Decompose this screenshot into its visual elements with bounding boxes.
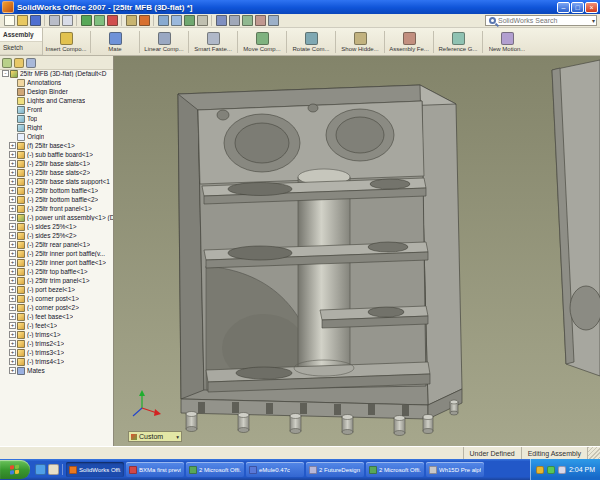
restore-button[interactable]: □: [571, 2, 584, 13]
tree-expander[interactable]: +: [9, 259, 16, 266]
tree-expander[interactable]: +: [9, 223, 16, 230]
tree-expander[interactable]: +: [9, 196, 16, 203]
new-document-icon[interactable]: [3, 15, 15, 27]
tree-item[interactable]: +(-) 25ltr base slats<2>: [0, 168, 113, 177]
tree-expander[interactable]: +: [9, 241, 16, 248]
propertymanager-tab-icon[interactable]: [14, 58, 24, 68]
tree-item[interactable]: +(-) feet<1>: [0, 321, 113, 330]
clock[interactable]: 2:04 PM: [569, 466, 595, 473]
close-button[interactable]: ×: [585, 2, 598, 13]
tree-expander[interactable]: +: [9, 142, 16, 149]
tree-expander[interactable]: -: [2, 70, 9, 77]
tree-item[interactable]: +(-) 25ltr bottom baffle<2>: [0, 195, 113, 204]
tree-item[interactable]: +(-) feet base<1>: [0, 312, 113, 321]
tree-item[interactable]: +(-) trims<1>: [0, 330, 113, 339]
view-orientation-icon[interactable]: [267, 15, 279, 27]
tree-expander[interactable]: +: [9, 286, 16, 293]
tree-expander[interactable]: +: [9, 367, 16, 374]
tree-item[interactable]: -25ltr MFB (3D-flat) (Default<D: [0, 69, 113, 78]
tree-item[interactable]: +(-) trims3<1>: [0, 348, 113, 357]
graphics-area[interactable]: Custom ▾: [114, 56, 600, 446]
tree-item[interactable]: +(-) 25ltr bottom baffle<1>: [0, 186, 113, 195]
tree-item[interactable]: +Right: [0, 123, 113, 132]
tree-expander[interactable]: +: [9, 277, 16, 284]
volume-tray-icon[interactable]: [558, 466, 566, 474]
task-button[interactable]: 2 Microsoft Offi...: [366, 462, 424, 477]
tree-item[interactable]: +(-) 25ltr front panel<1>: [0, 204, 113, 213]
wireframe-icon[interactable]: [228, 15, 240, 27]
antivirus-tray-icon[interactable]: [536, 466, 544, 474]
mate-button[interactable]: Mate: [92, 29, 138, 55]
tree-expander[interactable]: +: [9, 349, 16, 356]
show-desktop-icon[interactable]: [48, 464, 59, 475]
section-view-icon[interactable]: [254, 15, 266, 27]
custom-properties-combo[interactable]: Custom ▾: [128, 431, 182, 442]
tree-item[interactable]: +(-) 25ltr rear panel<1>: [0, 240, 113, 249]
standard-views-icon[interactable]: [215, 15, 227, 27]
tree-item[interactable]: +(-) 25ltr trim panel<1>: [0, 276, 113, 285]
zoom-area-icon[interactable]: [170, 15, 182, 27]
tree-item[interactable]: +(-) 25ltr inner port baffle<1>: [0, 258, 113, 267]
tree-item[interactable]: +(-) corner post<1>: [0, 294, 113, 303]
rotate-view-icon[interactable]: [183, 15, 195, 27]
tree-expander[interactable]: +: [9, 178, 16, 185]
assembly-features-button[interactable]: Assembly Fe...: [386, 29, 432, 55]
tree-item[interactable]: +(-) trims2<1>: [0, 339, 113, 348]
start-button[interactable]: [0, 460, 30, 479]
task-button[interactable]: SolidWorks Offi...: [66, 462, 124, 477]
tree-item[interactable]: +Top: [0, 114, 113, 123]
search-dropdown-icon[interactable]: ▾: [592, 17, 595, 24]
title-bar[interactable]: SolidWorks Office 2007 - [25ltr MFB (3D-…: [0, 0, 600, 14]
save-icon[interactable]: [29, 15, 41, 27]
tree-expander[interactable]: +: [9, 169, 16, 176]
tree-item[interactable]: +(-) sub baffle board<1>: [0, 150, 113, 159]
minimize-button[interactable]: –: [557, 2, 570, 13]
tree-item[interactable]: +(-) power unit assembly<1> (De: [0, 213, 113, 222]
tree-expander[interactable]: +: [9, 322, 16, 329]
tree-expander[interactable]: +: [9, 187, 16, 194]
zoom-fit-icon[interactable]: [157, 15, 169, 27]
internet-explorer-icon[interactable]: [35, 464, 46, 475]
tree-item[interactable]: +(-) 25ltr base slats<1>: [0, 159, 113, 168]
print-preview-icon[interactable]: [61, 15, 73, 27]
tree-expander[interactable]: +: [9, 250, 16, 257]
tree-expander[interactable]: +: [9, 331, 16, 338]
tree-expander[interactable]: +: [9, 304, 16, 311]
tree-item[interactable]: +Front: [0, 105, 113, 114]
tree-expander[interactable]: +: [9, 295, 16, 302]
undo-icon[interactable]: [80, 15, 92, 27]
resize-grip[interactable]: [587, 447, 600, 459]
tree-expander[interactable]: +: [9, 160, 16, 167]
tree-item[interactable]: +Origin: [0, 132, 113, 141]
commandmanager-tab-sketch[interactable]: Sketch: [0, 42, 42, 56]
rebuild-icon[interactable]: [106, 15, 118, 27]
task-button[interactable]: Wh15D Pre alpha: [426, 462, 484, 477]
tree-expander[interactable]: +: [9, 358, 16, 365]
tree-item[interactable]: +(-) sides 25%<1>: [0, 222, 113, 231]
network-tray-icon[interactable]: [547, 466, 555, 474]
tree-item[interactable]: +(-) 25ltr base slats support<1: [0, 177, 113, 186]
tree-item[interactable]: +Annotations: [0, 78, 113, 87]
open-icon[interactable]: [16, 15, 28, 27]
tree-expander[interactable]: +: [9, 151, 16, 158]
tree-item[interactable]: +Lights and Cameras: [0, 96, 113, 105]
tree-expander[interactable]: +: [9, 313, 16, 320]
insert-components-button[interactable]: Insert Compo...: [43, 29, 89, 55]
pan-icon[interactable]: [196, 15, 208, 27]
shaded-icon[interactable]: [241, 15, 253, 27]
tree-item[interactable]: +Mates: [0, 366, 113, 375]
featuremanager-tab-icon[interactable]: [2, 58, 12, 68]
task-button[interactable]: BXMa first previ...: [126, 462, 184, 477]
tree-item[interactable]: +(-) trims4<1>: [0, 357, 113, 366]
task-button[interactable]: 2 Microsoft Offi...: [186, 462, 244, 477]
commandmanager-tab-assembly[interactable]: Assembly: [0, 28, 42, 42]
tree-expander[interactable]: +: [9, 340, 16, 347]
tree-item[interactable]: +(-) 25ltr top baffle<1>: [0, 267, 113, 276]
motion-study-button[interactable]: New Motion...: [484, 29, 530, 55]
tree-item[interactable]: +Design Binder: [0, 87, 113, 96]
configurationmanager-tab-icon[interactable]: [26, 58, 36, 68]
tree-expander[interactable]: +: [9, 232, 16, 239]
redo-icon[interactable]: [93, 15, 105, 27]
tree-expander[interactable]: +: [9, 268, 16, 275]
color-swatch-icon[interactable]: [138, 15, 150, 27]
